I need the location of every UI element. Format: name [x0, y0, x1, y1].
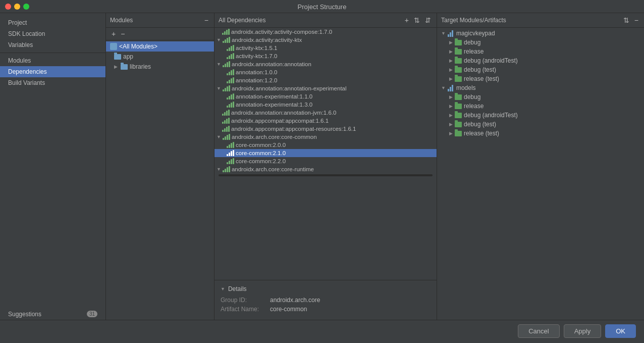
target-item-magicvkeypad[interactable]: ▼ magicvkeypad [437, 29, 644, 38]
dep-item-activity-ktx-170[interactable]: activity-ktx:1.7.0 [214, 52, 437, 60]
folder-icon-debug2 [455, 94, 462, 100]
dep-bars-icon4 [227, 53, 234, 59]
dep-item-core-common-200[interactable]: core-common:2.0.0 [214, 141, 437, 149]
target-item-models[interactable]: ▼ models [437, 83, 644, 92]
dep-item-appcompat-resources[interactable]: androidx.appcompat:appcompat-resources:1… [214, 125, 437, 133]
target-item-release2[interactable]: ▶ release [437, 102, 644, 111]
target-item-debug-test1[interactable]: ▶ debug (test) [437, 65, 644, 74]
arrow-annotation[interactable]: ▼ [217, 62, 221, 67]
cancel-button[interactable]: Cancel [518, 324, 559, 338]
sidebar-item-project[interactable]: Project [0, 17, 105, 28]
target-panel-actions: ⇅ − [622, 16, 640, 24]
arrow-core-common[interactable]: ▼ [217, 134, 221, 139]
arrow-release1[interactable]: ▶ [449, 49, 453, 54]
target-panel: Target Modules/Artifacts ⇅ − ▼ magicvkey… [437, 13, 644, 320]
sidebar-item-modules[interactable]: Modules [0, 55, 105, 66]
dep-item-core-common-220[interactable]: core-common:2.2.0 [214, 157, 437, 165]
target-item-release1[interactable]: ▶ release [437, 47, 644, 56]
dep-item-activity-compose[interactable]: androidx.activity:activity-compose:1.7.0 [214, 28, 437, 36]
minimize-button[interactable] [14, 4, 20, 10]
modules-add-button[interactable]: + [110, 30, 117, 38]
target-label-debug-t1: debug (test) [464, 66, 496, 73]
modules-panel-actions: − [203, 16, 210, 24]
dep-bars-icon14 [223, 134, 230, 140]
target-expand-button[interactable]: ⇅ [622, 16, 631, 24]
dep-bars-icon [222, 29, 230, 35]
dep-item-activity-ktx[interactable]: ▼ androidx.activity:activity-ktx [214, 36, 437, 44]
dep-item-core-common-210[interactable]: core-common:2.1.0 [214, 149, 437, 157]
dependencies-panel-header: All Dependencies + ⇅ ⇵ [214, 13, 437, 28]
module-item-app[interactable]: app [106, 52, 214, 62]
modules-panel: Modules − + − <All Modules> app [106, 13, 214, 320]
arrow-debug-at1[interactable]: ▶ [449, 58, 453, 63]
dep-item-ann-exp-110[interactable]: annotation-experimental:1.1.0 [214, 92, 437, 101]
arrow-ann-exp[interactable]: ▼ [217, 86, 221, 91]
arrow-core-runtime[interactable]: ▼ [217, 167, 221, 172]
dep-list-scrollbar[interactable] [219, 174, 433, 176]
arrow-release-t2[interactable]: ▶ [449, 131, 453, 136]
dep-item-appcompat[interactable]: androidx.appcompat:appcompat:1.6.1 [214, 117, 437, 125]
apply-button[interactable]: Apply [564, 324, 602, 338]
target-item-debug-test2[interactable]: ▶ debug (test) [437, 120, 644, 129]
dep-bars-icon15 [227, 142, 234, 148]
dep-item-ann-exp[interactable]: ▼ androidx.annotation:annotation-experim… [214, 84, 437, 92]
dep-list: androidx.activity:activity-compose:1.7.0… [214, 28, 437, 280]
dep-item-core-common[interactable]: ▼ androidx.arch.core:core-common [214, 133, 437, 141]
details-title: Details [228, 285, 247, 292]
arrow-magicvkeypad[interactable]: ▼ [441, 31, 446, 36]
module-icon-models [448, 84, 453, 91]
dep-add-button[interactable]: + [403, 16, 410, 24]
module-item-all[interactable]: <All Modules> [106, 41, 214, 52]
target-label-debug-at1: debug (androidTest) [464, 57, 518, 64]
arrow-debug-t1[interactable]: ▶ [449, 67, 453, 72]
target-list: ▼ magicvkeypad ▶ debug ▶ releas [437, 28, 644, 320]
target-item-release-test2[interactable]: ▶ release (test) [437, 129, 644, 138]
sidebar-item-sdk-location[interactable]: SDK Location [0, 28, 105, 39]
sidebar-item-build-variants[interactable]: Build Variants [0, 77, 105, 88]
dep-collapse-button[interactable]: ⇵ [423, 16, 433, 24]
arrow-activity-ktx[interactable]: ▼ [217, 37, 221, 42]
dep-bars-icon2 [223, 37, 230, 43]
sidebar: Project SDK Location Variables Modules D… [0, 13, 106, 320]
dep-expand-button[interactable]: ⇅ [412, 16, 421, 24]
arrow-debug1[interactable]: ▶ [449, 40, 453, 45]
traffic-lights [5, 4, 29, 10]
target-item-debug1[interactable]: ▶ debug [437, 38, 644, 47]
target-item-debug2[interactable]: ▶ debug [437, 92, 644, 102]
target-collapse-button[interactable]: − [633, 16, 640, 24]
dep-bars-icon17 [227, 158, 234, 164]
dep-item-ann-exp-130[interactable]: annotation-experimental:1.3.0 [214, 101, 437, 109]
modules-minimize-button[interactable]: − [203, 16, 210, 24]
target-label-debug2: debug [464, 93, 480, 101]
dep-item-core-runtime[interactable]: ▼ androidx.arch.core:core-runtime [214, 165, 437, 173]
dep-item-annotation-100[interactable]: annotation:1.0.0 [214, 68, 437, 76]
target-item-release-test1[interactable]: ▶ release (test) [437, 74, 644, 83]
arrow-models[interactable]: ▼ [441, 85, 446, 90]
dep-item-annotation-120[interactable]: annotation:1.2.0 [214, 76, 437, 84]
dep-item-annotation[interactable]: ▼ androidx.annotation:annotation [214, 60, 437, 68]
dep-item-activity-ktx-151[interactable]: activity-ktx:1.5.1 [214, 44, 437, 52]
module-item-libraries[interactable]: ▶ libraries [106, 62, 214, 72]
arrow-debug2[interactable]: ▶ [449, 94, 453, 100]
dep-label-ann-exp: androidx.annotation:annotation-experimen… [232, 85, 347, 91]
modules-panel-header: Modules − [106, 13, 214, 28]
ok-button[interactable]: OK [605, 324, 636, 338]
target-item-debug-androidtest1[interactable]: ▶ debug (androidTest) [437, 56, 644, 65]
close-button[interactable] [5, 4, 11, 10]
target-label-release-t2: release (test) [464, 130, 499, 137]
modules-remove-button[interactable]: − [119, 30, 126, 38]
arrow-debug-at2[interactable]: ▶ [449, 113, 453, 118]
arrow-release-t1[interactable]: ▶ [449, 76, 453, 81]
details-arrow: ▼ [221, 286, 225, 291]
sidebar-item-suggestions[interactable]: Suggestions 31 [0, 309, 105, 320]
dep-label-core-common-200: core-common:2.0.0 [236, 142, 286, 148]
arrow-debug-t2[interactable]: ▶ [449, 122, 453, 127]
arrow-release2[interactable]: ▶ [449, 104, 453, 109]
sidebar-item-dependencies[interactable]: Dependencies [0, 66, 105, 77]
sidebar-item-variables[interactable]: Variables [0, 39, 105, 51]
target-item-debug-androidtest2[interactable]: ▶ debug (androidTest) [437, 111, 644, 120]
details-header[interactable]: ▼ Details [221, 285, 431, 292]
dep-item-annotation-jvm[interactable]: androidx.annotation:annotation-jvm:1.6.0 [214, 109, 437, 117]
maximize-button[interactable] [23, 4, 29, 10]
artifact-name-value: core-common [270, 306, 307, 313]
